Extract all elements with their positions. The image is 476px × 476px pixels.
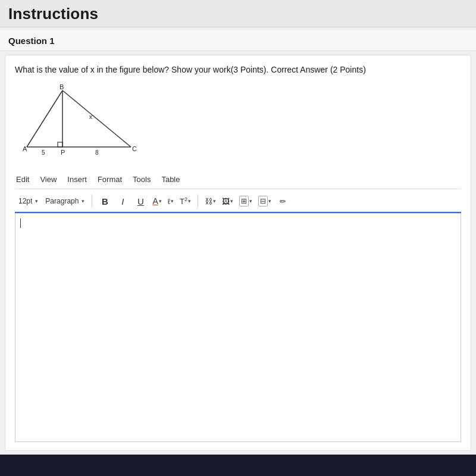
menu-tools[interactable]: Tools bbox=[133, 174, 151, 185]
svg-line-1 bbox=[62, 90, 131, 147]
svg-line-0 bbox=[27, 90, 62, 147]
underline-button[interactable]: U bbox=[133, 193, 148, 209]
bottom-bar bbox=[0, 455, 476, 476]
special-chars-button[interactable]: ⊞ ▾ bbox=[237, 195, 254, 208]
svg-text:8: 8 bbox=[95, 149, 99, 156]
link-arrow: ▾ bbox=[213, 198, 216, 204]
editor-toolbar: 12pt ▾ Paragraph ▾ B I U A bbox=[15, 190, 461, 213]
font-size-label: 12pt bbox=[18, 197, 32, 205]
text-cursor bbox=[20, 218, 21, 228]
highlight-arrow: ▾ bbox=[171, 198, 174, 204]
svg-text:A: A bbox=[23, 145, 27, 152]
link-button[interactable]: ⛓ ▾ bbox=[203, 196, 218, 207]
image-button[interactable]: 🖼 ▾ bbox=[220, 196, 235, 207]
svg-text:5: 5 bbox=[42, 149, 45, 156]
menu-format[interactable]: Format bbox=[98, 174, 122, 185]
image-arrow: ▾ bbox=[230, 198, 233, 204]
menu-insert[interactable]: Insert bbox=[67, 174, 87, 185]
menu-edit[interactable]: Edit bbox=[16, 174, 29, 185]
superscript-button[interactable]: T2 ▾ bbox=[178, 195, 193, 207]
format-special-arrow: ▾ bbox=[268, 198, 271, 204]
italic-button[interactable]: I bbox=[115, 193, 130, 209]
svg-text:C: C bbox=[132, 145, 137, 152]
question-label: Question 1 bbox=[8, 36, 468, 46]
triangle-figure: A B C P 5 8 x bbox=[21, 84, 140, 156]
toolbar-divider-1 bbox=[92, 195, 92, 208]
page: Instructions Question 1 What is the valu… bbox=[0, 0, 476, 476]
extra-tool-button[interactable]: ✏ bbox=[275, 193, 291, 209]
font-color-arrow: ▾ bbox=[159, 198, 162, 204]
header: Instructions bbox=[0, 0, 476, 27]
bold-button[interactable]: B bbox=[97, 193, 112, 209]
special-chars-arrow: ▾ bbox=[249, 198, 252, 204]
question-text: What is the value of x in the figure bel… bbox=[15, 64, 461, 76]
font-color-button[interactable]: A ▾ bbox=[151, 195, 163, 207]
figure-container: A B C P 5 8 x bbox=[21, 84, 461, 158]
main-content: What is the value of x in the figure bel… bbox=[5, 55, 471, 451]
format-special-button[interactable]: ⊟ ▾ bbox=[256, 195, 273, 208]
menu-table[interactable]: Table bbox=[161, 174, 180, 185]
svg-rect-4 bbox=[58, 142, 62, 147]
paragraph-select[interactable]: Paragraph ▾ bbox=[43, 196, 87, 206]
paragraph-arrow: ▾ bbox=[82, 198, 84, 204]
svg-text:P: P bbox=[61, 149, 65, 156]
font-size-arrow: ▾ bbox=[35, 198, 38, 204]
toolbar-divider-2 bbox=[198, 195, 198, 208]
font-size-select[interactable]: 12pt ▾ bbox=[16, 196, 40, 206]
svg-text:x: x bbox=[89, 114, 92, 120]
editor-area[interactable] bbox=[15, 213, 461, 442]
superscript-arrow: ▾ bbox=[188, 198, 191, 204]
menu-view[interactable]: View bbox=[40, 174, 57, 185]
editor-menu-bar: Edit View Insert Format Tools Table bbox=[15, 170, 461, 189]
svg-text:B: B bbox=[60, 84, 64, 90]
page-title: Instructions bbox=[8, 5, 468, 23]
highlight-button[interactable]: ℓ ▾ bbox=[166, 196, 176, 207]
question-section: Question 1 bbox=[0, 30, 476, 51]
paragraph-label: Paragraph bbox=[45, 197, 79, 205]
